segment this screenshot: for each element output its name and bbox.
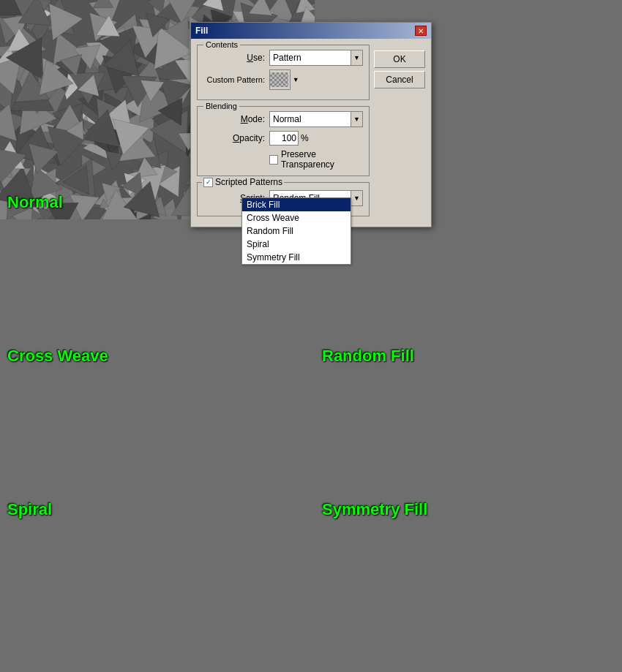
- blending-label: Blending: [203, 102, 239, 110]
- close-icon: ✕: [418, 27, 424, 35]
- panel-normal-label: Normal: [7, 193, 63, 212]
- panel-extra1: [0, 526, 315, 672]
- script-dropdown-popup: Brick Fill Cross Weave Random Fill Spira…: [241, 197, 351, 265]
- panel-random-label: Random Fill: [322, 347, 414, 366]
- preserve-row: Preserve Transparency: [203, 149, 363, 170]
- custom-pattern-row: Custom Pattern: ▼: [203, 69, 363, 90]
- blending-group: Blending Mode: Normal ▼: [197, 106, 370, 176]
- panel-spiral: Spiral: [0, 373, 315, 526]
- fill-dialog: Fill ✕ Contents Use: Pattern: [190, 22, 432, 227]
- dialog-title: Fill: [195, 26, 208, 36]
- custom-pattern-label: Custom Pattern:: [203, 75, 269, 84]
- mode-dropdown[interactable]: Normal ▼: [269, 111, 363, 127]
- dropdown-item-brick[interactable]: Brick Fill: [242, 198, 351, 211]
- opacity-unit: %: [301, 133, 309, 143]
- use-row: Use: Pattern ▼: [203, 50, 363, 66]
- dialog-buttons: OK Cancel: [374, 45, 425, 221]
- panel-spiral-label: Spiral: [7, 500, 52, 519]
- preserve-label: Preserve Transparency: [281, 149, 363, 170]
- mode-value: Normal: [273, 114, 301, 124]
- mode-dropdown-arrow: ▼: [351, 112, 362, 127]
- panel-crossweave-label: Cross Weave: [7, 347, 108, 366]
- custom-pattern-button[interactable]: ▼: [269, 69, 299, 90]
- close-button[interactable]: ✕: [415, 26, 427, 36]
- arrow-down-icon3: ▼: [353, 116, 360, 123]
- cancel-button[interactable]: Cancel: [374, 71, 425, 88]
- scripted-checkbox[interactable]: ✓: [203, 178, 213, 187]
- arrow-down-icon2: ▼: [293, 76, 299, 83]
- opacity-row: Opacity: %: [203, 131, 363, 146]
- check-icon: ✓: [206, 178, 211, 186]
- use-dropdown-arrow: ▼: [351, 50, 362, 65]
- dropdown-item-random[interactable]: Random Fill: [242, 224, 351, 238]
- scripted-label-row: ✓ Scripted Patterns: [202, 177, 284, 187]
- dialog-titlebar: Fill ✕: [191, 23, 431, 39]
- pattern-dropdown-arrow: ▼: [290, 69, 301, 90]
- script-dropdown-arrow: ▼: [351, 191, 362, 205]
- use-label: Use:: [203, 53, 269, 63]
- ok-button[interactable]: OK: [374, 50, 425, 68]
- panel-extra2: [315, 526, 622, 672]
- preserve-checkbox[interactable]: [269, 155, 278, 165]
- mode-row: Mode: Normal ▼: [203, 111, 363, 127]
- contents-label: Contents: [203, 40, 240, 49]
- dialog-content-row: Contents Use: Pattern ▼ Custo: [197, 45, 425, 221]
- scripted-label: Scripted Patterns: [215, 177, 282, 187]
- opacity-label: Opacity:: [203, 133, 269, 143]
- opacity-input[interactable]: [269, 131, 299, 146]
- dropdown-item-crossweave[interactable]: Cross Weave: [242, 211, 351, 224]
- arrow-down-icon: ▼: [353, 54, 360, 61]
- dropdown-item-symmetry[interactable]: Symmetry Fill: [242, 251, 351, 264]
- mode-label: Mode:: [203, 114, 269, 124]
- contents-group: Contents Use: Pattern ▼ Custo: [197, 45, 370, 100]
- arrow-down-icon4: ▼: [353, 195, 360, 202]
- dialog-main: Contents Use: Pattern ▼ Custo: [197, 45, 370, 221]
- pattern-preview: [270, 72, 288, 87]
- use-dropdown[interactable]: Pattern ▼: [269, 50, 363, 66]
- panel-symmetry-label: Symmetry Fill: [322, 500, 427, 519]
- use-value: Pattern: [273, 53, 301, 63]
- panel-random: Random Fill: [315, 219, 622, 373]
- panel-symmetry: Symmetry Fill: [315, 373, 622, 526]
- dropdown-item-spiral[interactable]: Spiral: [242, 238, 351, 251]
